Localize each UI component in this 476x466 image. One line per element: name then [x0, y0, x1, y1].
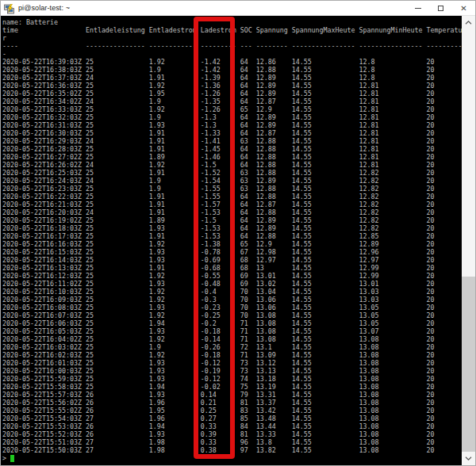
table-row: 2020-05-22T16:31:03Z 25 1.93 -1.3 64 12.… — [2, 121, 463, 129]
table-row: 2020-05-22T16:22:03Z 25 1.91 -1.55 64 12… — [2, 193, 463, 201]
table-row: 2020-05-22T16:05:03Z 25 1.93 -0.18 71 13… — [2, 327, 463, 335]
table-row: 2020-05-22T16:16:03Z 25 1.92 -1.38 65 12… — [2, 240, 463, 248]
table-row: 2020-05-22T15:52:03Z 26 1.93 0.39 81 13.… — [2, 430, 463, 438]
table-row: 2020-05-22T16:00:03Z 25 1.93 -0.19 73 13… — [2, 367, 463, 375]
table-row: 2020-05-22T16:38:03Z 25 1.9 -1.42 64 12.… — [2, 66, 463, 74]
table-row: 2020-05-22T16:18:03Z 25 1.93 -1.53 64 12… — [2, 224, 463, 232]
table-row: 2020-05-22T16:08:03Z 25 1.93 -0.23 70 13… — [2, 304, 463, 311]
minimize-button[interactable] — [406, 1, 429, 16]
table-row: 2020-05-22T16:20:03Z 24 1.91 -1.53 64 12… — [2, 208, 463, 216]
measurement-name-line: name: Batterie — [2, 18, 463, 26]
chevron-up-icon — [465, 21, 472, 25]
scrollbar-up-button[interactable] — [462, 16, 475, 29]
caption-buttons: ✕ — [406, 1, 475, 16]
table-row: 2020-05-22T16:33:03Z 25 1.92 -1.26 65 12… — [2, 105, 463, 113]
maximize-icon — [438, 6, 443, 11]
table-row: 2020-05-22T16:15:03Z 25 1.93 -0.78 67 12… — [2, 248, 463, 256]
table-row: 2020-05-22T16:09:03Z 25 1.92 -0.3 70 13.… — [2, 296, 463, 304]
table-row: 2020-05-22T16:27:02Z 25 1.89 -1.46 64 12… — [2, 153, 463, 161]
table-row: 2020-05-22T16:39:03Z 25 1.92 -1.42 64 12… — [2, 58, 463, 66]
table-separator-line: ---- --------------- ------------ ------… — [2, 42, 463, 50]
table-row: 2020-05-22T15:59:03Z 25 1.93 -0.12 74 13… — [2, 375, 463, 383]
close-button[interactable]: ✕ — [452, 1, 475, 16]
table-row: 2020-05-22T16:36:03Z 25 1.92 -1.36 64 12… — [2, 82, 463, 90]
maximize-button[interactable] — [429, 1, 452, 16]
table-row: 2020-05-22T15:58:03Z 25 1.94 -0.02 75 13… — [2, 383, 463, 391]
table-row: 2020-05-22T15:50:03Z 27 1.98 0.38 97 13.… — [2, 446, 463, 454]
putty-window: pi@solar-test: ~ ✕ name: Batterietime En… — [0, 0, 476, 466]
table-row: 2020-05-22T16:02:03Z 25 1.92 -0.18 71 13… — [2, 351, 463, 359]
chevron-down-icon — [465, 456, 472, 460]
table-row: 2020-05-22T16:03:02Z 25 1.9 -0.26 72 13.… — [2, 343, 463, 351]
table-header-wrap-line: r — [2, 34, 463, 42]
table-row: 2020-05-22T15:56:02Z 26 1.96 0.21 81 13.… — [2, 399, 463, 407]
prompt-line: > — [2, 454, 463, 462]
terminal-output: name: Batterietime Entladeleistung Entla… — [1, 16, 463, 462]
table-row: 2020-05-22T15:54:03Z 27 1.96 0.27 85 13.… — [2, 414, 463, 422]
table-row: 2020-05-22T15:51:03Z 27 1.98 0.33 96 13.… — [2, 438, 463, 446]
terminal-screen[interactable]: name: Batterietime Entladeleistung Entla… — [1, 16, 463, 465]
table-separator-wrap-line: - — [2, 50, 463, 58]
table-row: 2020-05-22T16:24:03Z 24 1.9 -1.54 63 12.… — [2, 177, 463, 185]
prompt-symbol: > — [2, 454, 10, 462]
table-row: 2020-05-22T16:01:03Z 25 1.93 -0.12 73 13… — [2, 359, 463, 367]
table-row: 2020-05-22T16:29:03Z 24 1.91 -1.41 63 12… — [2, 137, 463, 145]
table-row: 2020-05-22T16:11:02Z 25 1.93 -0.48 69 13… — [2, 280, 463, 288]
titlebar[interactable]: pi@solar-test: ~ ✕ — [1, 1, 475, 16]
table-row: 2020-05-22T16:10:03Z 25 1.92 -0.4 70 13.… — [2, 288, 463, 296]
table-row: 2020-05-22T16:30:03Z 25 1.91 -1.33 64 12… — [2, 129, 463, 137]
table-row: 2020-05-22T16:32:03Z 25 1.9 -1.3 64 12.8… — [2, 113, 463, 121]
scrollbar-down-button[interactable] — [462, 452, 475, 465]
table-row: 2020-05-22T15:53:03Z 26 1.94 0.33 84 13.… — [2, 422, 463, 430]
table-row: 2020-05-22T16:04:02Z 25 1.92 -0.14 71 13… — [2, 335, 463, 343]
table-row: 2020-05-22T16:06:03Z 25 1.94 -0.2 71 13.… — [2, 319, 463, 327]
table-header-line: time Entladeleistung Entladestrom Ladest… — [2, 26, 463, 34]
table-row: 2020-05-22T16:19:02Z 25 1.89 -1.5 64 12.… — [2, 216, 463, 224]
table-row: 2020-05-22T16:35:02Z 25 1.95 -1.26 64 12… — [2, 90, 463, 97]
table-row: 2020-05-22T16:25:03Z 25 1.91 -1.52 63 12… — [2, 169, 463, 177]
table-row: 2020-05-22T16:37:03Z 24 1.91 -1.39 64 12… — [2, 74, 463, 82]
table-row: 2020-05-22T16:34:02Z 24 1.9 -1.35 64 12.… — [2, 97, 463, 105]
table-row: 2020-05-22T16:14:03Z 25 1.93 -0.69 68 12… — [2, 256, 463, 264]
window-title: pi@solar-test: ~ — [18, 4, 70, 12]
table-row: 2020-05-22T16:23:03Z 25 1.9 -1.55 63 12.… — [2, 185, 463, 193]
table-row: 2020-05-22T15:55:02Z 26 1.95 0.25 83 13.… — [2, 407, 463, 414]
close-icon: ✕ — [460, 5, 466, 13]
table-row: 2020-05-22T16:12:03Z 25 1.92 -0.55 69 13… — [2, 272, 463, 280]
table-row: 2020-05-22T16:07:03Z 25 1.92 -0.25 70 13… — [2, 311, 463, 319]
table-row: 2020-05-22T16:28:03Z 25 1.91 -1.45 64 12… — [2, 145, 463, 153]
scrollbar[interactable] — [462, 16, 475, 465]
table-row: 2020-05-22T15:57:03Z 26 1.93 0.14 79 13.… — [2, 391, 463, 399]
putty-app-icon — [4, 3, 14, 13]
table-row: 2020-05-22T16:13:03Z 25 1.91 -0.68 68 13… — [2, 264, 463, 272]
scrollbar-thumb[interactable] — [462, 277, 475, 453]
terminal-cursor — [10, 455, 14, 462]
table-row: 2020-05-22T16:21:03Z 25 1.91 -1.57 64 12… — [2, 201, 463, 208]
table-row: 2020-05-22T16:17:03Z 25 1.91 -1.53 64 12… — [2, 232, 463, 240]
minimize-icon — [415, 8, 421, 9]
table-row: 2020-05-22T16:26:02Z 24 1.92 -1.5 64 12.… — [2, 161, 463, 169]
